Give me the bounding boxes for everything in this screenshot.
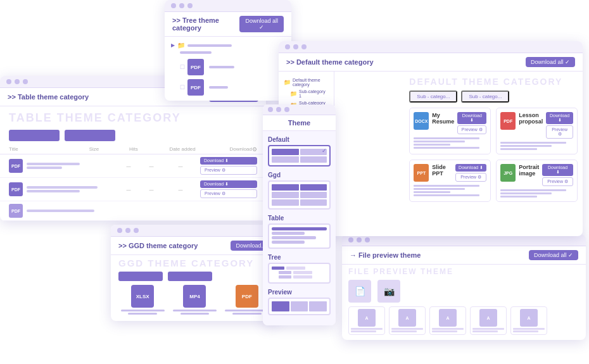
sm-bars [391, 328, 423, 332]
theme-preview-ggd[interactable] [268, 180, 331, 210]
file-bar [414, 141, 464, 142]
filepreview-header: → File preview theme Download all ✓ [342, 246, 586, 265]
ggd-bar-2 [128, 313, 157, 315]
tree-item-3[interactable]: ☐ PDF [171, 58, 285, 77]
file-card-resume: DOCX My Resume Download ⬇ Preview ⚙ [409, 108, 491, 154]
file-title-area: My Resume [432, 112, 454, 125]
theme-preview-table[interactable] [268, 223, 331, 249]
row-preview-btn[interactable]: Preview ⚙ [200, 166, 257, 175]
folder-icon: 📁 [290, 91, 297, 97]
tree-item-2[interactable] [171, 50, 285, 55]
tree-item-1[interactable]: ▶ 📁 [171, 41, 285, 50]
portrait-download-btn[interactable]: Download ⬇ [542, 164, 573, 176]
filter-btn-2[interactable] [65, 130, 115, 141]
theme-selector-title: Theme [288, 119, 310, 127]
ggd-cell-2[interactable]: MP4 [170, 285, 218, 315]
ggd-filter-btn-2[interactable] [168, 272, 212, 281]
dot2 [179, 3, 184, 8]
default-download-btn[interactable]: Download all ✓ [526, 57, 575, 67]
ggd-filter-row [111, 270, 279, 285]
grid-cell [272, 192, 299, 198]
row-preview-btn[interactable]: Preview ⚙ [200, 189, 257, 198]
file-bar [414, 194, 479, 196]
filepreview-icon-1: 📄 [348, 280, 371, 303]
file-card-ppt: PPT Slide PPT Download ⬇ Preview ⚙ [409, 160, 491, 202]
sidebar-item-default[interactable]: 📁 Default theme category [284, 77, 329, 88]
ppt-preview-btn[interactable]: Preview ⚙ [455, 173, 486, 182]
checkbox-icon-2: ☐ [180, 84, 185, 91]
ggd-heading: GGD THEME CATEGORY [111, 255, 279, 270]
row-download-btn[interactable]: Download ⬇ [200, 157, 257, 165]
resume-download-btn[interactable]: Download ⬇ [457, 112, 486, 124]
docx-icon: DOCX [414, 112, 429, 130]
filepreview-sm-card-1[interactable]: A [348, 306, 385, 335]
ggd-icon-pdf: PDF [236, 285, 258, 308]
jpg-icon: JPG [500, 164, 516, 182]
theme-preview-preview[interactable] [268, 298, 331, 315]
resume-preview-btn[interactable]: Preview ⚙ [457, 125, 486, 134]
filepreview-sm-card-3[interactable]: A [429, 306, 466, 335]
tree-download-btn[interactable]: Download all ✓ [239, 16, 284, 32]
folder-icon: 📁 [284, 79, 291, 85]
filepreview-sm-card-4[interactable]: A [470, 306, 507, 335]
theme-bar [272, 241, 305, 244]
sm-bar [351, 328, 383, 330]
sm-bars [513, 328, 545, 332]
settings-icon[interactable]: ⚙ [252, 146, 257, 154]
ppt-icon: PPT [414, 164, 429, 182]
ggd-bar-3 [173, 310, 217, 311]
tab-sub1[interactable]: Sub - catego... [409, 91, 457, 103]
default-card-header: >> Default theme category Download all ✓ [279, 53, 583, 72]
portrait-preview-btn[interactable]: Preview ⚙ [542, 177, 573, 186]
theme-preview-tree[interactable] [268, 263, 331, 284]
tree-card-header: >> Tree theme category Download all ✓ [165, 12, 291, 37]
lesson-preview-btn[interactable]: Preview ⚙ [546, 125, 573, 139]
dot1 [117, 228, 122, 233]
row-download-btn[interactable]: Download ⬇ [200, 180, 257, 188]
sm-icon-3: A [439, 309, 457, 327]
checkbox-icon-1: ☐ [180, 64, 185, 70]
tree-bar-2 [180, 51, 212, 54]
filepreview-theme-card: → File preview theme Download all ✓ FILE… [342, 234, 586, 340]
theme-preview-default[interactable] [268, 145, 331, 166]
dot3 [187, 3, 193, 8]
theme-bar [272, 227, 327, 230]
tree-card-body: ▶ 📁 ☐ PDF ☐ PDF [165, 37, 291, 101]
tree-card-titlebar [165, 0, 291, 12]
ppt-download-btn[interactable]: Download ⬇ [455, 164, 486, 172]
row-buttons: Download ⬇ Preview ⚙ [200, 180, 257, 198]
prev-cell [309, 301, 327, 311]
file-header-resume: DOCX My Resume Download ⬇ Preview ⚙ [414, 112, 486, 134]
tree-card-title: >> Tree theme category [172, 16, 239, 32]
row-date: — [165, 164, 196, 168]
filepreview-sm-card-5[interactable]: A [510, 306, 547, 335]
theme-item-ggd[interactable]: Ggd [268, 172, 331, 210]
ggd-grid: XLSX MP4 PDF [111, 285, 279, 321]
ggd-bar-6 [232, 313, 262, 315]
ggd-cell-1[interactable]: XLSX [118, 285, 167, 315]
theme-item-table[interactable]: Table [268, 215, 331, 249]
sm-bar [391, 330, 417, 332]
theme-item-preview[interactable]: Preview [268, 289, 331, 315]
grid-cell [272, 156, 299, 163]
ggd-filter-btn-1[interactable] [118, 272, 163, 281]
theme-item-default[interactable]: Default [268, 136, 331, 166]
sidebar-item-sub1[interactable]: 📁 Sub-category 1 [284, 88, 329, 99]
filepreview-sm-card-2[interactable]: A [389, 306, 426, 335]
filepreview-download-btn[interactable]: Download all ✓ [529, 250, 578, 260]
file-bar [414, 147, 479, 149]
dot1 [348, 237, 353, 242]
lesson-download-btn[interactable]: Download ⬇ [546, 112, 573, 124]
tree-item-4[interactable]: ☐ PDF [171, 78, 285, 97]
theme-item-tree[interactable]: Tree [268, 254, 331, 284]
file-bar [414, 185, 479, 187]
table-row: PDF [0, 201, 266, 221]
row-icon-1: PDF [9, 159, 23, 173]
sm-bar [513, 328, 545, 330]
file-title-resume: My Resume [432, 112, 454, 125]
filter-btn-1[interactable] [9, 130, 60, 141]
table-card-title: >> Table theme category [8, 93, 89, 101]
tab-sub2[interactable]: Sub - catego... [461, 91, 509, 103]
dot2 [293, 44, 298, 49]
ggd-card-body: GGD THEME CATEGORY XLSX MP4 PDF [111, 255, 279, 321]
